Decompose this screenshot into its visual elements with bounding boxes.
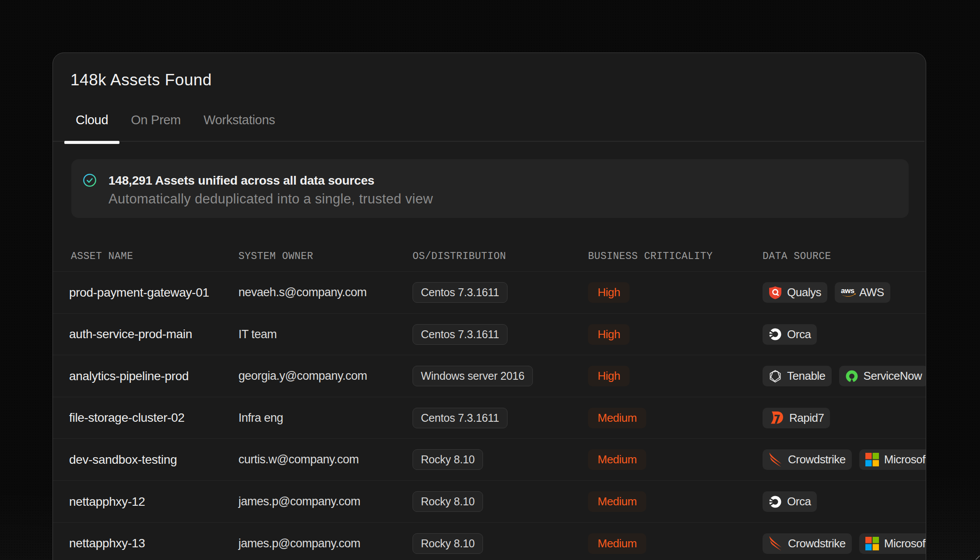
svg-text:aws: aws	[841, 287, 854, 295]
